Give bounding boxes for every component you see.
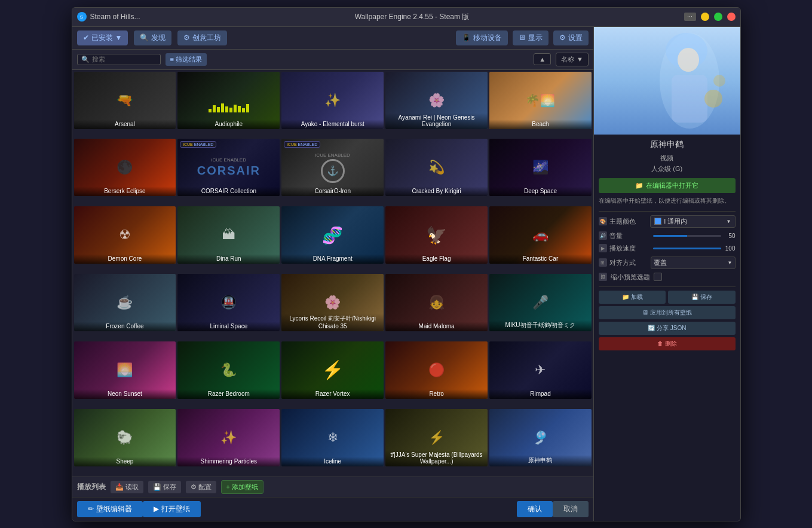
volume-slider-container: 50 bbox=[653, 233, 736, 239]
grid-item-dina-run[interactable]: 🏔Dina Run bbox=[177, 206, 280, 264]
grid-item-corsair[interactable]: iCUE ENABLED CORSAIR iCUE ENABLED CORSAI… bbox=[177, 139, 280, 196]
grid-item-eagle[interactable]: 🦅Eagle Flag bbox=[385, 206, 488, 264]
take-btn[interactable]: 📥 读取 bbox=[111, 481, 143, 493]
right-panel: 原神申鹤 视频 人众级 (G) 📁 在编辑器中打开它 在编辑器中开始壁纸，以便进… bbox=[594, 27, 740, 521]
grid-item-rimpad[interactable]: ✈Rimpad bbox=[489, 341, 592, 399]
grid-item-label-audiophile: Audiophile bbox=[177, 120, 280, 129]
delete-btn[interactable]: 🗑 删除 bbox=[599, 337, 736, 350]
grid-item-berserk[interactable]: 🌑Berserk Eclipse bbox=[74, 139, 176, 196]
playback-slider[interactable] bbox=[653, 248, 721, 249]
grid-item-lol[interactable]: ⚡tf|JJA's Super Majesta (Billpayards Wal… bbox=[385, 409, 488, 466]
installed-btn[interactable]: ✔ 已安装 ▼ bbox=[77, 30, 128, 45]
dropdown-icon: ▼ bbox=[115, 33, 122, 42]
left-panel: ✔ 已安装 ▼ 🔍 发现 ⚙ 创意工坊 📱 移动设备 bbox=[72, 27, 594, 521]
open-standby-btn[interactable]: ▶ 打开壁纸 bbox=[143, 501, 201, 517]
editor-note: 在编辑器中开始壁纸，以便进行编辑或将其删除。 bbox=[599, 197, 736, 205]
save-icon: 💾 bbox=[691, 294, 698, 300]
grid-item-beach[interactable]: 🌴🌅Beach bbox=[489, 72, 592, 129]
grid-item-iceline[interactable]: ❄Iceline bbox=[281, 409, 384, 466]
grid-item-lycori[interactable]: 🌸Lycoris Recoil 莉安子叶/Nishikigi Chisato 3… bbox=[281, 274, 384, 331]
editor-open-btn[interactable]: 📁 在编辑器中打开它 bbox=[599, 178, 736, 193]
theme-value: I 通用内 bbox=[664, 217, 687, 226]
preview-svg bbox=[594, 27, 740, 135]
save-settings-btn[interactable]: 💾 保存 bbox=[668, 291, 735, 304]
cancel-btn[interactable]: 取消 bbox=[553, 501, 589, 517]
filter-btn[interactable]: ≡ 筛选结果 bbox=[166, 53, 207, 66]
grid-item-ayanami[interactable]: 🌸Ayanami Rei | Neon Genesis Evangelion bbox=[385, 72, 488, 129]
grid-item-audiophile[interactable]: Audiophile bbox=[177, 72, 280, 129]
grid-item-label-lycori: Lycoris Recoil 莉安子叶/Nishikigi Chisato 35 bbox=[281, 313, 384, 331]
maximize-btn[interactable] bbox=[714, 13, 722, 21]
grid-item-razer-vortex[interactable]: ⚡Razer Vortex bbox=[281, 341, 384, 399]
config-icon: ⚙ bbox=[191, 483, 197, 491]
workshop-btn[interactable]: ⚙ 创意工坊 bbox=[177, 30, 227, 45]
color-swatch bbox=[654, 218, 661, 225]
apply-all-btn[interactable]: 🖥 应用到所有壁纸 bbox=[599, 306, 736, 319]
grid-item-maid[interactable]: 👧Maid Maloma bbox=[385, 274, 488, 331]
cue-badge-corsair-iron: iCUE ENABLED bbox=[284, 141, 320, 148]
svg-rect-4 bbox=[672, 75, 707, 123]
play-icon: ▶ bbox=[599, 244, 607, 252]
close-btn[interactable] bbox=[727, 13, 736, 21]
mobile-btn[interactable]: 📱 移动设备 bbox=[456, 30, 508, 45]
display-btn[interactable]: 🖥 显示 bbox=[513, 30, 549, 45]
save-playlist-btn[interactable]: 💾 保存 bbox=[148, 481, 181, 493]
load-icon: 📁 bbox=[622, 294, 629, 300]
grid-item-deep-space[interactable]: 🌌Deep Space bbox=[489, 139, 592, 196]
sort-down-icon: ▼ bbox=[577, 56, 583, 63]
grid-item-corsair-iron[interactable]: iCUE ENABLED ⚓ iCUE ENABLED CorsairO-Iro… bbox=[281, 139, 384, 196]
grid-item-razer-bedroom[interactable]: 🐍Razer Bedroom bbox=[177, 341, 280, 399]
grid-item-miku[interactable]: 🎤MIKU初音千纸鹤/初音ミク bbox=[489, 274, 592, 331]
svg-point-3 bbox=[678, 48, 699, 72]
add-label: + 添加壁纸 bbox=[226, 483, 258, 492]
grid-item-label-shimmering: Shimmering Particles bbox=[177, 457, 280, 466]
theme-value-box[interactable]: I 通用内 ▼ bbox=[650, 215, 735, 228]
minimize-btn[interactable] bbox=[701, 13, 709, 21]
grid-item-sheep[interactable]: 🐑Sheep bbox=[74, 409, 176, 466]
grid-item-shimmering[interactable]: ✨Shimmering Particles bbox=[177, 409, 280, 466]
save-label: 保存 bbox=[163, 483, 176, 492]
expand-btn[interactable]: ⋯ bbox=[684, 13, 696, 21]
discover-label: 发现 bbox=[151, 33, 166, 43]
grid-item-cracked[interactable]: 💫Cracked By Kirigiri bbox=[385, 139, 488, 196]
mobile-label: 移动设备 bbox=[473, 33, 502, 43]
grid-item-arsenal[interactable]: 🔫Arsenal bbox=[74, 72, 176, 129]
sort-up-btn[interactable]: ▲ bbox=[534, 53, 551, 65]
search-icon: 🔍 bbox=[81, 56, 90, 63]
grid-item-label-beach: Beach bbox=[489, 120, 592, 129]
grid-item-fantastic-car[interactable]: 🚗Fantastic Car bbox=[489, 206, 592, 264]
sort-dropdown-btn[interactable]: 名称 ▼ bbox=[556, 53, 589, 66]
props-divider bbox=[599, 211, 736, 212]
settings-btn[interactable]: ⚙ 设置 bbox=[553, 30, 589, 45]
fit-icon: ⊞ bbox=[599, 258, 607, 267]
volume-slider[interactable] bbox=[653, 235, 721, 237]
grid-item-liminal[interactable]: 🚇Liminal Space bbox=[177, 274, 280, 331]
grid-item-genshin-crane[interactable]: 🎐原神申鹤 bbox=[489, 409, 592, 466]
load-save-row: 📁 加载 💾 保存 bbox=[599, 291, 736, 304]
add-wallpaper-btn[interactable]: + 添加壁纸 bbox=[221, 480, 263, 494]
delete-icon: 🗑 bbox=[657, 340, 663, 347]
grid-item-demon-core[interactable]: ☢Demon Core bbox=[74, 206, 176, 264]
thumbnail-checkbox[interactable] bbox=[654, 273, 662, 281]
confirm-btn[interactable]: 确认 bbox=[517, 501, 553, 517]
open-editor-btn[interactable]: ✏ 壁纸编辑器 bbox=[77, 501, 143, 517]
grid-item-retro[interactable]: 🔴Retro bbox=[385, 341, 488, 399]
share-json-btn[interactable]: 🔄 分享 JSON bbox=[599, 322, 736, 335]
grid-item-ayako[interactable]: ✨Ayako - Elemental burst bbox=[281, 72, 384, 129]
fit-select[interactable]: 覆盖 ▼ bbox=[651, 257, 735, 269]
theme-dropdown-icon: ▼ bbox=[727, 219, 731, 224]
grid-item-label-ayanami: Ayanami Rei | Neon Genesis Evangelion bbox=[385, 113, 488, 129]
config-btn[interactable]: ⚙ 配置 bbox=[186, 481, 216, 493]
grid-item-frozen-coffee[interactable]: ☕Frozen Coffee bbox=[74, 274, 176, 331]
discover-btn[interactable]: 🔍 发现 bbox=[134, 30, 171, 45]
load-btn[interactable]: 📁 加载 bbox=[599, 291, 666, 304]
grid-item-dna[interactable]: 🧬DNA Fragment bbox=[281, 206, 384, 264]
grid-item-label-corsair: CORSAIR Collection bbox=[177, 187, 280, 196]
search-box[interactable]: 🔍 bbox=[77, 54, 161, 65]
wallpaper-title: 原神申鹤 bbox=[599, 139, 736, 150]
grid-item-label-cracked: Cracked By Kirigiri bbox=[385, 187, 488, 196]
grid-item-label-dna: DNA Fragment bbox=[281, 254, 384, 264]
grid-item-neon-sunset[interactable]: 🌅Neon Sunset bbox=[74, 341, 176, 399]
search-input[interactable] bbox=[92, 56, 157, 63]
filter-icon: ≡ bbox=[170, 56, 174, 63]
